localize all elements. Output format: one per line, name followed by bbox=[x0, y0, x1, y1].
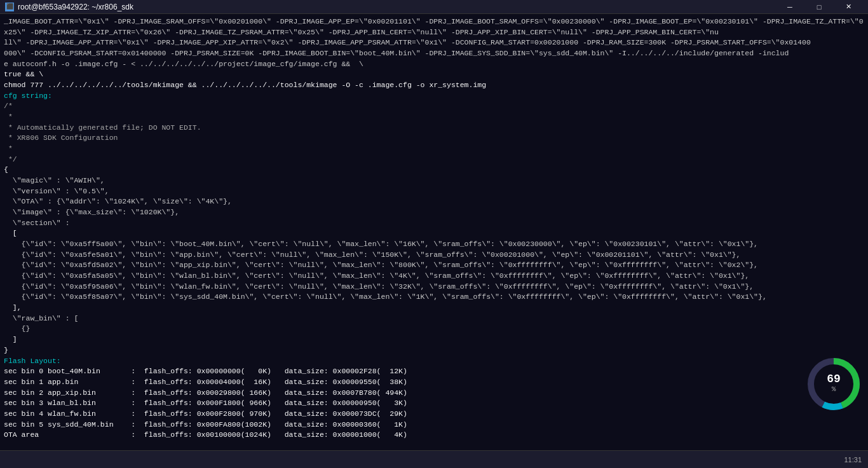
close-button[interactable]: ✕ bbox=[834, 0, 863, 14]
window-controls: ─ □ ✕ bbox=[775, 0, 863, 14]
title-bar-left: ⬛ root@bf653a942922: ~/xr806_sdk bbox=[5, 3, 133, 11]
net-percent: 69 bbox=[827, 373, 841, 385]
clock: 11:31 bbox=[844, 456, 862, 464]
terminal-output: _IMAGE_BOOT_ATTR=\"0x1\" -DPRJ_IMAGE_SRA… bbox=[4, 17, 864, 450]
net-pct-sign: % bbox=[832, 385, 836, 395]
maximize-button[interactable]: □ bbox=[804, 0, 834, 14]
terminal-window: ⬛ root@bf653a942922: ~/xr806_sdk ─ □ ✕ _… bbox=[0, 0, 868, 468]
window-title: root@bf653a942922: ~/xr806_sdk bbox=[18, 3, 133, 11]
terminal-body[interactable]: _IMAGE_BOOT_ATTR=\"0x1\" -DPRJ_IMAGE_SRA… bbox=[0, 14, 868, 450]
taskbar: 11:31 bbox=[0, 450, 868, 468]
net-center: 69 % bbox=[827, 373, 841, 395]
minimize-button[interactable]: ─ bbox=[775, 0, 804, 14]
terminal-icon: ⬛ bbox=[5, 3, 14, 11]
title-bar: ⬛ root@bf653a942922: ~/xr806_sdk ─ □ ✕ bbox=[0, 0, 868, 14]
network-widget: 69 % ▲ 0 K/s ▼ 1.6K/s bbox=[806, 356, 862, 412]
